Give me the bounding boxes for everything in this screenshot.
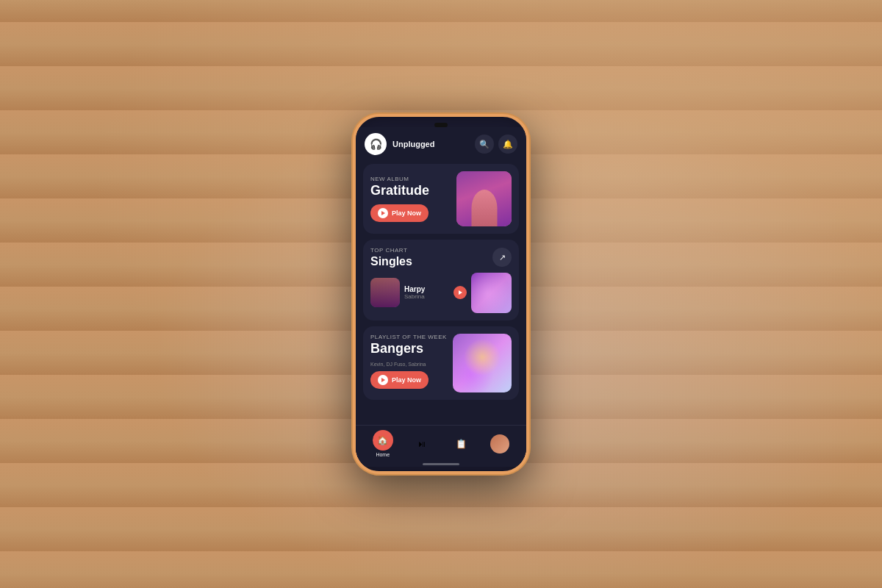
song-artwork-2 [471, 273, 512, 313]
new-album-label: New Album [370, 176, 456, 182]
header-icons: 🔍 🔔 [475, 135, 517, 154]
playlist-play-label: Play Now [392, 376, 421, 384]
song-list: Harpy Sabrina [370, 273, 512, 313]
song-artist: Sabrina [404, 293, 449, 300]
play-icon-circle [378, 208, 388, 218]
play-now-button[interactable]: Play Now [370, 204, 429, 222]
nav-playlist[interactable]: 📋 [451, 434, 472, 454]
chart-info: Top Chart Singles [370, 247, 412, 268]
headphones-icon: 🎧 [370, 138, 382, 150]
new-album-card: New Album Gratitude Play Now [363, 164, 519, 234]
album-art-figure [456, 171, 512, 226]
playlist-artists: Kevin, DJ Fuso, Sabrina [370, 362, 453, 367]
nav-play[interactable]: ⏯ [412, 434, 432, 454]
playlist-label: Playlist of The Week [370, 334, 453, 340]
nav-home-label: Home [376, 452, 390, 457]
app-name: Unplugged [392, 140, 469, 148]
playlist-card: Playlist of The Week Bangers Kevin, DJ F… [363, 326, 519, 400]
album-info: New Album Gratitude Play Now [370, 176, 456, 222]
top-chart-label: Top Chart [370, 247, 412, 254]
song-details: Harpy Sabrina [404, 285, 449, 300]
playlist-icon: 📋 [456, 439, 467, 449]
album-title: Gratitude [370, 184, 456, 198]
play-circle-icon: ⏯ [417, 439, 426, 449]
app-header: 🎧 Unplugged 🔍 🔔 [356, 127, 526, 161]
nav-home-icon-wrap: 🏠 [373, 430, 393, 451]
playlist-play-triangle [381, 378, 385, 382]
search-button[interactable]: 🔍 [475, 135, 494, 154]
logo-button[interactable]: 🎧 [365, 133, 387, 155]
main-content: New Album Gratitude Play Now [356, 161, 526, 425]
chart-title: Singles [370, 255, 412, 268]
nav-profile[interactable] [490, 434, 509, 453]
play-triangle-icon [381, 211, 385, 215]
playlist-play-button[interactable]: Play Now [370, 371, 429, 389]
play-now-label: Play Now [392, 209, 421, 217]
playlist-title: Bangers [370, 342, 453, 356]
phone-screen: 🎧 Unplugged 🔍 🔔 New Al [356, 127, 526, 467]
phone-mockup: 🎧 Unplugged 🔍 🔔 New Al [353, 114, 529, 474]
arrow-button[interactable]: ↗ [492, 248, 512, 267]
bottom-navigation: 🏠 Home ⏯ 📋 [356, 425, 526, 463]
home-indicator [423, 463, 459, 465]
bell-icon: 🔔 [503, 140, 513, 149]
arrow-icon: ↗ [499, 253, 506, 262]
nav-playlist-icon-wrap: 📋 [451, 434, 472, 454]
home-icon: 🏠 [377, 435, 388, 445]
song-name: Harpy [404, 285, 449, 293]
phone-body: 🎧 Unplugged 🔍 🔔 New Al [353, 114, 529, 474]
notification-button[interactable]: 🔔 [498, 135, 517, 154]
chart-header: Top Chart Singles ↗ [370, 247, 512, 268]
album-artwork [456, 171, 512, 226]
playlist-artwork [453, 334, 512, 392]
nav-home[interactable]: 🏠 Home [373, 430, 393, 457]
profile-avatar [490, 434, 509, 453]
song-item: Harpy Sabrina [370, 278, 467, 307]
nav-play-icon-wrap: ⏯ [412, 434, 432, 454]
playlist-info: Playlist of The Week Bangers Kevin, DJ F… [370, 334, 453, 390]
playlist-play-icon-circle [378, 375, 388, 385]
top-chart-card: Top Chart Singles ↗ Harpy Sabrina [363, 240, 519, 320]
song-artwork [370, 278, 400, 307]
mini-play-button[interactable] [453, 286, 467, 299]
search-icon: 🔍 [479, 140, 490, 149]
